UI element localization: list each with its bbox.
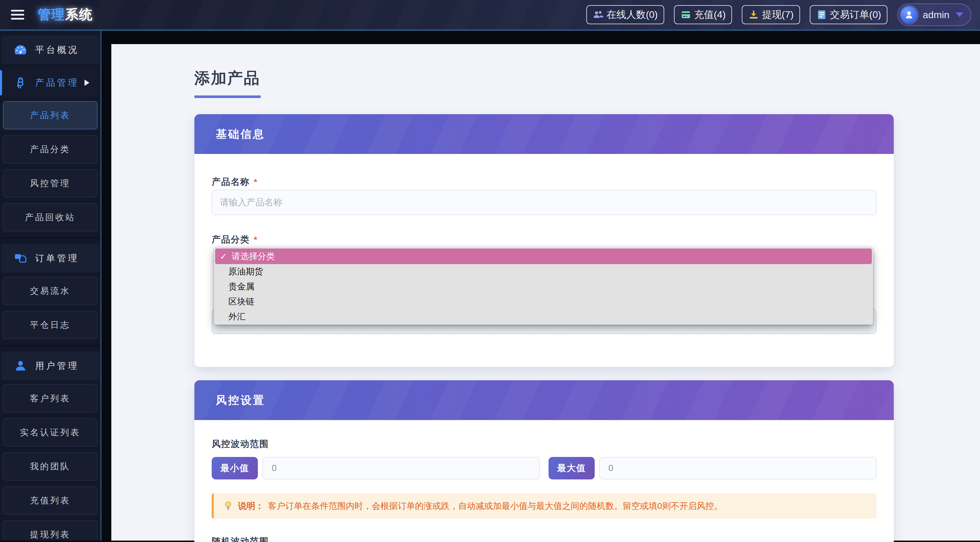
required-asterisk: *	[254, 234, 258, 245]
sidebar-item-label: 产品管理	[35, 77, 79, 89]
online-users-label: 在线人数(0)	[606, 8, 658, 21]
dropdown-option-selected[interactable]: ✓ 请选择分类	[215, 248, 872, 264]
basic-info-card-header: 基础信息	[194, 114, 894, 154]
sidebar-item-product-list[interactable]: 产品列表	[3, 101, 97, 129]
users-icon	[593, 9, 604, 20]
category-dropdown: ✓ 请选择分类 原油期货 贵金属 区块链 外汇	[214, 247, 873, 324]
page-title: 添加产品	[194, 70, 980, 86]
user-icon	[14, 359, 27, 372]
avatar	[901, 6, 917, 23]
dropdown-option[interactable]: 区块链	[215, 294, 872, 309]
basic-info-card: 基础信息 产品名称 * 请输入产品名称 产品分类 *	[194, 114, 894, 367]
risk-settings-card-header: 风控设置	[194, 380, 894, 420]
sidebar-item-trade-flow[interactable]: 交易流水	[3, 277, 97, 305]
sidebar-item-kyc-list[interactable]: 实名认证列表	[3, 418, 97, 447]
product-category-label: 产品分类 *	[212, 234, 877, 245]
risk-range-row: 最小值 0 最大值 0	[212, 457, 877, 480]
dropdown-option[interactable]: 外汇	[215, 309, 872, 324]
risk-range-label: 风控波动范围	[212, 439, 877, 450]
risk-settings-card: 风控设置 风控波动范围 最小值 0 最大值 0	[194, 380, 894, 542]
top-header: 管理系统 在线人数(0) 充值(4) 提现(7) 交易订单(0) admin	[0, 0, 980, 31]
product-name-input[interactable]: 请输入产品名称	[212, 190, 877, 215]
note-prefix: 说明：	[238, 500, 264, 512]
min-value-button[interactable]: 最小值	[212, 457, 258, 480]
sidebar-item-label: 订单管理	[35, 252, 79, 264]
recharge-button[interactable]: 充值(4)	[674, 5, 732, 24]
trade-orders-label: 交易订单(0)	[830, 8, 881, 21]
sidebar-item-recharge-list[interactable]: 充值列表	[3, 486, 97, 515]
sidebar-item-product-recycle[interactable]: 产品回收站	[3, 203, 97, 232]
documents-icon	[14, 252, 27, 265]
required-asterisk: *	[254, 176, 258, 188]
withdraw-label: 提现(7)	[762, 8, 794, 21]
chevron-down-icon	[956, 13, 963, 17]
sidebar-item-user-management[interactable]: 用户管理	[1, 351, 99, 380]
person-icon	[904, 10, 914, 20]
max-value-placeholder: 0	[609, 463, 613, 474]
sidebar-item-label: 用户管理	[35, 360, 79, 372]
max-value-input[interactable]: 0	[599, 457, 877, 480]
sidebar-item-close-log[interactable]: 平仓日志	[3, 311, 97, 339]
sidebar-item-product-category[interactable]: 产品分类	[3, 135, 97, 164]
min-value-input[interactable]: 0	[262, 457, 540, 480]
category-select-wrap: ✓ 请选择分类 原油期货 贵金属 区块链 外汇	[212, 247, 877, 334]
min-value-placeholder: 0	[272, 463, 277, 474]
sidebar-item-withdraw-list[interactable]: 提现列表	[3, 520, 97, 540]
online-users-button[interactable]: 在线人数(0)	[586, 5, 664, 24]
product-name-placeholder: 请输入产品名称	[220, 196, 282, 208]
sidebar-item-label: 平台概况	[35, 44, 79, 56]
note-text: 客户订单在条件范围内时，会根据订单的涨或跌，自动减或加最小值与最大值之间的随机数…	[268, 500, 723, 512]
app-logo: 管理系统	[38, 6, 93, 24]
chevron-right-icon	[84, 79, 89, 86]
dashboard-icon	[14, 43, 27, 57]
menu-toggle-icon[interactable]	[11, 10, 24, 20]
sidebar-item-risk-management[interactable]: 风控管理	[3, 169, 97, 197]
sidebar-item-my-team[interactable]: 我的团队	[3, 452, 97, 481]
bitcoin-icon	[14, 76, 27, 89]
lightbulb-icon	[222, 500, 234, 512]
sidebar-item-platform-overview[interactable]: 平台概况	[1, 35, 99, 64]
logo-secondary: 系统	[65, 7, 93, 22]
random-range-label: 随机波动范围	[212, 536, 877, 542]
sidebar-nav: 平台概况 产品管理 产品列表 产品分类 风控管理 产品回收站 订单管理 交易流水…	[0, 31, 102, 540]
sidebar-item-product-management[interactable]: 产品管理	[1, 68, 99, 97]
trade-orders-button[interactable]: 交易订单(0)	[810, 5, 888, 24]
dropdown-option[interactable]: 原油期货	[215, 264, 872, 279]
user-menu[interactable]: admin	[897, 3, 971, 26]
order-list-icon	[816, 9, 827, 20]
username: admin	[923, 9, 950, 21]
dropdown-option[interactable]: 贵金属	[215, 279, 872, 294]
check-icon: ✓	[220, 251, 227, 261]
withdraw-button[interactable]: 提现(7)	[742, 5, 800, 24]
sidebar-item-order-management[interactable]: 订单管理	[1, 244, 99, 273]
main-area: 添加产品 基础信息 产品名称 * 请输入产品名称 产品分类 *	[102, 31, 980, 540]
max-value-button[interactable]: 最大值	[549, 457, 595, 480]
title-underline	[194, 95, 261, 98]
divider	[0, 345, 100, 346]
product-name-label: 产品名称 *	[212, 176, 877, 188]
risk-note: 说明： 客户订单在条件范围内时，会根据订单的涨或跌，自动减或加最小值与最大值之间…	[212, 493, 877, 519]
withdraw-icon	[748, 9, 759, 20]
content-panel: 添加产品 基础信息 产品名称 * 请输入产品名称 产品分类 *	[111, 44, 980, 540]
recharge-card-icon	[680, 9, 691, 20]
logo-primary: 管理	[38, 7, 65, 22]
recharge-label: 充值(4)	[694, 8, 726, 21]
divider	[0, 238, 100, 239]
sidebar-item-customer-list[interactable]: 客户列表	[3, 384, 97, 413]
